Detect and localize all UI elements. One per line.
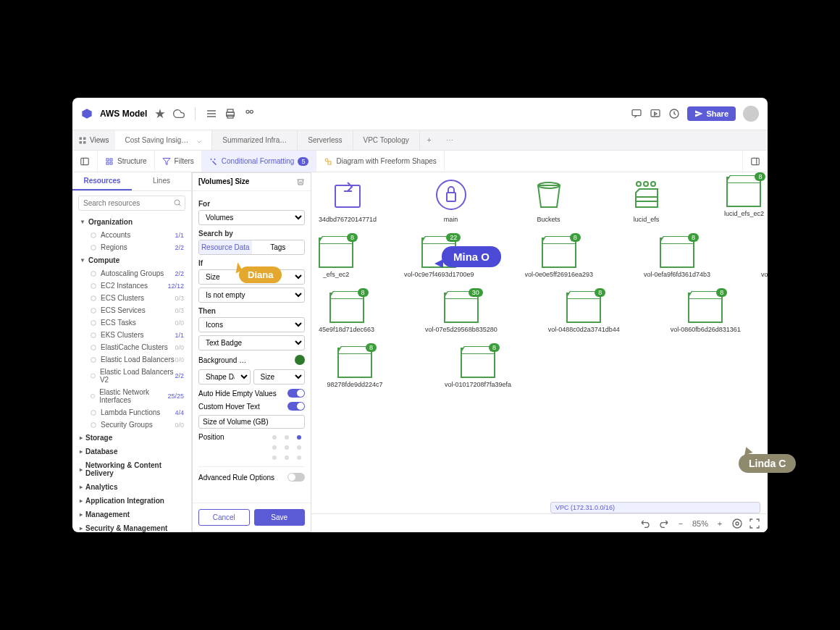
if-op-select[interactable]: Is not empty: [198, 287, 305, 303]
svg-rect-14: [80, 141, 83, 144]
zoom-in[interactable]: +: [714, 519, 726, 528]
panel-toggle[interactable]: [72, 151, 98, 172]
star-icon[interactable]: [154, 108, 166, 119]
cloud-icon[interactable]: [173, 108, 185, 119]
filters-button[interactable]: Filters: [155, 151, 202, 172]
tree-item[interactable]: ElastiCache Clusters0/0: [72, 341, 191, 353]
resource-volume[interactable]: 8 vol-01d99357f7817686: [761, 238, 768, 278]
tree-item[interactable]: Elastic Network Interfaces25/25: [72, 386, 191, 406]
sidebar-tab-lines[interactable]: Lines: [132, 172, 191, 190]
tree-item[interactable]: ECS Clusters0/3: [72, 292, 191, 304]
tree-item[interactable]: Elastic Load Balancers0/0: [72, 353, 191, 366]
tab-vpc[interactable]: VPC Topology: [353, 130, 420, 150]
tree-group[interactable]: ▼Compute: [72, 253, 191, 267]
comment-icon[interactable]: [631, 108, 642, 119]
tree-item[interactable]: ECS Tasks0/0: [72, 316, 191, 329]
resource-volume[interactable]: 8 _efs_ec2: [319, 238, 353, 278]
tab-summarized[interactable]: Summarized Infra…: [212, 130, 298, 150]
svg-marker-10: [655, 112, 657, 115]
zoom-out[interactable]: −: [675, 519, 686, 528]
group-icon[interactable]: [243, 108, 255, 119]
fullscreen-icon[interactable]: [749, 518, 760, 529]
tree-group[interactable]: ▸Management: [72, 508, 191, 521]
resource-volume[interactable]: 30 vol-07e5d29568b835280: [425, 293, 497, 333]
then-type-select[interactable]: Icons: [198, 317, 305, 332]
resource-bucket[interactable]: Buckets: [525, 177, 572, 223]
tree-group[interactable]: ▸Analytics: [72, 480, 191, 494]
resource-efs[interactable]: lucid_efs: [623, 177, 670, 223]
delete-icon[interactable]: [296, 177, 305, 186]
resource-volume[interactable]: 8 vol-01017208f7fa39efa: [442, 348, 514, 388]
view-tabs: Views Cost Saving Insig…⌵ Summarized Inf…: [72, 130, 768, 151]
resource-cft[interactable]: 34dbd7672014771d: [319, 177, 377, 223]
tree-item[interactable]: Elastic Load Balancers V22/2: [72, 366, 191, 386]
tree-group[interactable]: ▸Storage: [72, 431, 191, 445]
views-label[interactable]: Views: [72, 136, 115, 145]
tab-serverless[interactable]: Serverless: [298, 130, 353, 150]
save-button[interactable]: Save: [254, 509, 306, 526]
tree-item[interactable]: EKS Clusters1/1: [72, 329, 191, 341]
tree-item[interactable]: EC2 Instances12/12: [72, 280, 191, 292]
advanced-toggle[interactable]: [287, 473, 305, 482]
present-icon[interactable]: [650, 108, 661, 119]
undo-icon[interactable]: [640, 518, 652, 529]
background-color[interactable]: [295, 355, 305, 365]
resource-volume[interactable]: 8 lucid_efs_ec2: [721, 177, 768, 223]
resource-volume[interactable]: 8 vol-0e0e5ff26916ea293: [525, 238, 593, 278]
resource-volume[interactable]: 8 vol-0860fb6d26d831361: [671, 293, 741, 333]
tree-group[interactable]: ▸Networking & Content Delivery: [72, 458, 191, 480]
print-icon[interactable]: [224, 108, 236, 119]
canvas[interactable]: 34dbd7672014771dmainBucketslucid_efs 8 l…: [311, 172, 768, 532]
tree-group[interactable]: ▼Organization: [72, 215, 191, 229]
tree-item[interactable]: Lambda Functions4/4: [72, 406, 191, 419]
shape-size-select[interactable]: Size: [253, 369, 306, 385]
app-window: AWS Model Share Views Cost Saving Insig……: [72, 98, 768, 532]
badge-type-select[interactable]: Text Badge: [198, 335, 305, 350]
structure-button[interactable]: Structure: [98, 151, 155, 172]
menu-icon[interactable]: [206, 108, 217, 119]
more-tabs[interactable]: ⋯: [439, 136, 461, 144]
shape-data-select[interactable]: Shape Data: [198, 369, 251, 385]
views-icon: [78, 136, 87, 145]
add-tab[interactable]: +: [420, 136, 439, 144]
svg-rect-20: [106, 162, 109, 164]
user-avatar[interactable]: [743, 106, 759, 122]
history-icon[interactable]: [668, 108, 680, 119]
for-select[interactable]: Volumes: [198, 210, 305, 225]
tab-cost-saving[interactable]: Cost Saving Insig…⌵: [115, 130, 213, 150]
tree-item[interactable]: Accounts1/1: [72, 229, 191, 241]
auto-hide-toggle[interactable]: [287, 389, 305, 398]
cancel-button[interactable]: Cancel: [198, 509, 250, 526]
svg-point-30: [91, 245, 96, 250]
search-by-tags[interactable]: Tags: [252, 240, 305, 254]
resource-volume[interactable]: 8 vol-0efa9f6fd361d74b3: [644, 238, 710, 278]
share-button[interactable]: Share: [687, 106, 736, 121]
tree-item[interactable]: Autoscaling Groups2/2: [72, 267, 191, 280]
resource-kms[interactable]: main: [427, 177, 474, 223]
search-input[interactable]: [78, 196, 185, 211]
right-panel-toggle[interactable]: [742, 151, 768, 172]
vpc-label: VPC (172.31.0.0/16): [550, 502, 760, 513]
hover-text-input[interactable]: [198, 415, 305, 429]
svg-rect-13: [83, 137, 86, 140]
svg-point-49: [651, 182, 655, 186]
tree-group[interactable]: ▸Security & Management: [72, 521, 191, 532]
diagram-button[interactable]: Diagram with Freeform Shapes: [316, 151, 444, 172]
search-by-resource[interactable]: Resource Data: [199, 240, 252, 254]
svg-rect-43: [335, 185, 360, 207]
tree-item[interactable]: Security Groups0/0: [72, 419, 191, 431]
redo-icon[interactable]: [658, 518, 669, 529]
tree-group[interactable]: ▸Database: [72, 445, 191, 458]
hover-toggle[interactable]: [287, 402, 305, 411]
resource-volume[interactable]: 8 98278fde9dd224c7: [319, 348, 391, 388]
sidebar-tab-resources[interactable]: Resources: [72, 172, 132, 190]
conditional-formatting-button[interactable]: Conditional Formatting 5: [202, 151, 317, 172]
tree-item[interactable]: ECS Services0/3: [72, 304, 191, 316]
resource-volume[interactable]: 8 vol-0488c0d2a3741db44: [548, 293, 620, 333]
tree-group[interactable]: ▸Application Integration: [72, 494, 191, 508]
svg-rect-8: [632, 110, 641, 116]
resource-volume[interactable]: 8 45e9f18d71dec663: [319, 293, 374, 333]
center-icon[interactable]: [731, 518, 743, 529]
position-picker[interactable]: [269, 433, 305, 462]
tree-item[interactable]: Regions2/2: [72, 241, 191, 253]
